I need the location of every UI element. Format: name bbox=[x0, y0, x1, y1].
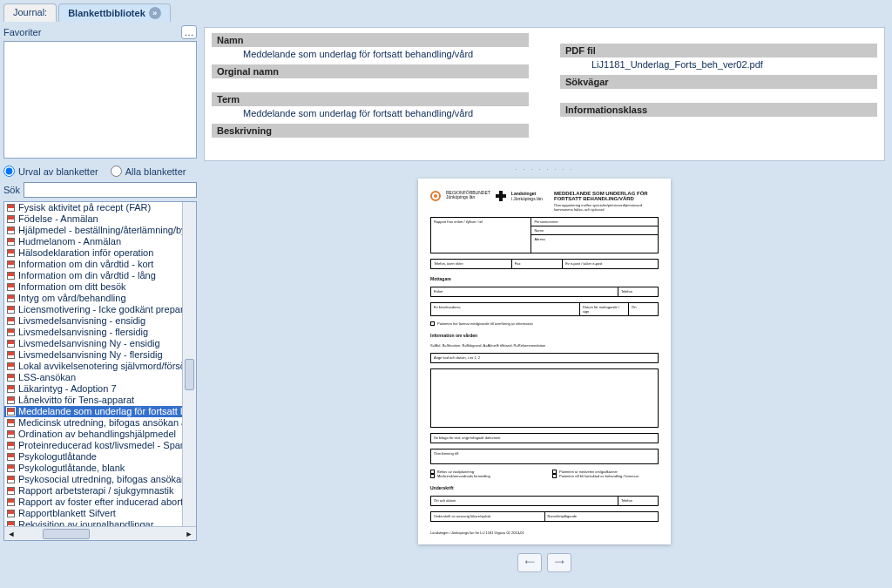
pdf-icon bbox=[6, 294, 16, 303]
field-val-infoklass bbox=[560, 117, 877, 131]
list-item-label: Lånekvitto för Tens-apparat bbox=[18, 395, 134, 406]
cell bbox=[430, 368, 659, 428]
list-item[interactable]: Psykologutlåtande, blank bbox=[4, 463, 182, 474]
list-item[interactable]: Hälsodeklaration inför operation bbox=[4, 247, 182, 259]
list-item-label: Födelse - Anmälan bbox=[18, 213, 98, 225]
pdf-icon bbox=[6, 497, 16, 507]
cell: Enhet bbox=[430, 287, 618, 297]
pdf-icon bbox=[6, 271, 16, 280]
prev-page-button[interactable]: ⭠ bbox=[517, 553, 542, 572]
radio-alla-input[interactable] bbox=[111, 166, 122, 177]
list-item[interactable]: Hjälpmedel - beställning/återlämning/byt bbox=[4, 225, 182, 236]
pdf-icon bbox=[6, 475, 16, 484]
form-list[interactable]: Fysisk aktivitet på recept (FAR)Födelse … bbox=[3, 201, 197, 541]
brand-region: REGIONFÖRBUNDET Jönköpings län bbox=[446, 191, 490, 199]
radio-urval[interactable]: Urval av blanketter bbox=[3, 166, 98, 177]
field-val-orginal bbox=[212, 78, 529, 92]
list-item[interactable]: Läkarintyg - Adoption 7 bbox=[4, 383, 182, 395]
list-item[interactable]: Rapport av foster efter inducerad abort … bbox=[4, 497, 182, 508]
list-item[interactable]: Livsmedelsanvisning Ny - ensidig bbox=[4, 338, 182, 349]
pdf-icon bbox=[6, 282, 16, 292]
horizontal-scrollbar[interactable]: ◄ ► bbox=[4, 526, 196, 540]
cell: Rapport från enhet / ifyllare / tel bbox=[430, 217, 531, 253]
pdf-icon bbox=[6, 305, 16, 314]
list-item[interactable]: Licensmotivering - Icke godkänt preparat bbox=[4, 304, 182, 315]
tab-blankettbibliotek[interactable]: Blankettbibliotek » bbox=[58, 3, 171, 22]
radio-urval-label: Urval av blanketter bbox=[18, 166, 98, 177]
cell: Telefon bbox=[618, 287, 659, 297]
list-item[interactable]: Lånekvitto för Tens-apparat bbox=[4, 395, 182, 406]
list-item-label: Psykosocial utredning, bifogas ansökan bbox=[18, 474, 182, 485]
tab-label: Blankettbibliotek bbox=[68, 8, 145, 18]
list-item[interactable]: Proteinreducerad kost/livsmedel - Spann bbox=[4, 440, 182, 451]
list-item[interactable]: Födelse - Anmälan bbox=[4, 213, 182, 225]
scroll-left-icon[interactable]: ◄ bbox=[4, 528, 18, 540]
field-head-orginal: Orginal namn bbox=[212, 64, 529, 78]
list-item[interactable]: Ordination av behandlingshjälpmedel bbox=[4, 429, 182, 440]
form-title-2: FORTSATT BEHANDLING/VÅRD bbox=[554, 196, 659, 201]
info-sub: S=Mål, B=Situation, B=Bakgrund, A=Aktuel… bbox=[430, 343, 659, 348]
pdf-icon bbox=[6, 429, 16, 439]
list-item-label: Information om din vårdtid - kort bbox=[18, 259, 153, 270]
list-item-label: Rapportblankett Sifvert bbox=[18, 508, 116, 519]
list-item-label: Rapport arbetsterapi / sjukgymnastik bbox=[18, 485, 174, 497]
list-item[interactable]: Intyg om vård/behandling bbox=[4, 293, 182, 304]
list-item[interactable]: Lokal avvikelsenotering självmord/försök bbox=[4, 361, 182, 372]
horizontal-scroll-thumb[interactable] bbox=[43, 529, 90, 539]
cell: Underskrift av ansvarig läkare/sjuksk. bbox=[430, 511, 545, 522]
tab-journal[interactable]: Journal: bbox=[3, 3, 57, 22]
logo-region-icon bbox=[430, 191, 441, 201]
form-subtitle: Överrapportering mellan specialist/primä… bbox=[554, 203, 659, 212]
brand-landsting: Landstingeti Jönköpings län bbox=[511, 191, 543, 201]
cell: Se bilaga för text; ange bifogade dokume… bbox=[430, 433, 659, 443]
list-item[interactable]: Fysisk aktivitet på recept (FAR) bbox=[4, 202, 182, 213]
list-item[interactable]: Meddelande som underlag för fortsatt be bbox=[4, 406, 182, 417]
list-item[interactable]: Psykosocial utredning, bifogas ansökan bbox=[4, 474, 182, 485]
pdf-icon bbox=[6, 248, 16, 258]
list-item[interactable]: Medicinsk utredning, bifogas ansökan at bbox=[4, 417, 182, 429]
vertical-scroll-thumb[interactable] bbox=[185, 359, 194, 390]
list-item-label: Läkarintyg - Adoption 7 bbox=[18, 383, 117, 395]
list-item[interactable]: Information om din vårdtid - lång bbox=[4, 270, 182, 281]
field-head-term: Term bbox=[212, 92, 529, 106]
field-val-beskrivning bbox=[212, 138, 529, 152]
list-item[interactable]: Information om ditt besök bbox=[4, 281, 182, 293]
pdf-preview: REGIONFÖRBUNDET Jönköpings län Landsting… bbox=[418, 179, 671, 544]
cell: Fax bbox=[512, 259, 563, 269]
vertical-scrollbar[interactable] bbox=[182, 202, 196, 526]
next-page-button[interactable]: ⭢ bbox=[547, 553, 571, 572]
list-item[interactable]: Psykologutlåtande bbox=[4, 451, 182, 463]
list-item-label: LSS-ansökan bbox=[18, 372, 76, 383]
search-label: Sök bbox=[3, 185, 20, 195]
list-item-label: Hjälpmedel - beställning/återlämning/byt bbox=[18, 225, 182, 236]
list-item[interactable]: Information om din vårdtid - kort bbox=[4, 259, 182, 270]
field-head-beskrivning: Beskrivning bbox=[212, 124, 529, 138]
cell: Telefon bbox=[618, 496, 659, 506]
cell: Ange kod och datum, t ex 1, 2 bbox=[430, 353, 659, 363]
splitter-handle[interactable]: . . . . . . . . bbox=[204, 161, 885, 173]
favorites-label: Favoriter bbox=[3, 27, 41, 37]
list-item[interactable]: Livsmedelsanvisning - ensidig bbox=[4, 315, 182, 327]
favorites-list[interactable] bbox=[3, 41, 197, 159]
list-item[interactable]: LSS-ansökan bbox=[4, 372, 182, 383]
search-input[interactable] bbox=[24, 182, 197, 198]
pdf-icon bbox=[6, 509, 16, 518]
list-item[interactable]: Rekvisition av journalhandlingar bbox=[4, 519, 182, 526]
scroll-right-icon[interactable]: ► bbox=[182, 528, 196, 540]
list-item[interactable]: Hudmelanom - Anmälan bbox=[4, 236, 182, 247]
pdf-icon bbox=[6, 362, 16, 371]
radio-urval-input[interactable] bbox=[3, 166, 15, 177]
cell: Ort bbox=[629, 302, 659, 316]
list-item-label: Rekvisition av journalhandlingar bbox=[18, 519, 153, 526]
list-item[interactable]: Livsmedelsanvisning - flersidig bbox=[4, 327, 182, 338]
list-item[interactable]: Rapport arbetsterapi / sjukgymnastik bbox=[4, 485, 182, 497]
list-item[interactable]: Rapportblankett Sifvert bbox=[4, 508, 182, 519]
radio-alla[interactable]: Alla blanketter bbox=[111, 166, 186, 177]
list-item[interactable]: Livsmedelsanvisning Ny - flersidig bbox=[4, 349, 182, 361]
favorites-more-button[interactable]: … bbox=[181, 25, 197, 39]
pdf-icon bbox=[6, 441, 16, 450]
form-footer: Landstinget i Jönköpings län för LiJ 118… bbox=[430, 531, 659, 535]
section-info: Information om vården bbox=[430, 333, 659, 338]
pdf-icon bbox=[6, 395, 16, 405]
list-item-label: Licensmotivering - Icke godkänt preparat bbox=[18, 304, 182, 315]
